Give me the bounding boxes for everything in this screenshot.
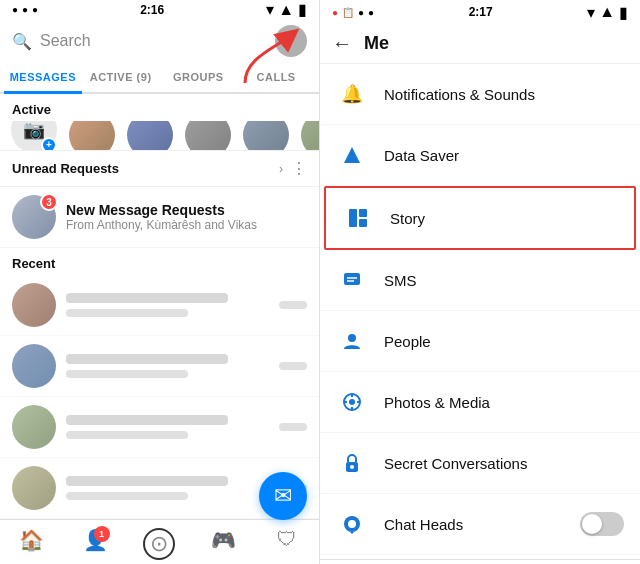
tab-active[interactable]: ACTIVE (9) xyxy=(82,63,160,92)
conversation-item-3[interactable] xyxy=(0,397,319,458)
shield-nav-icon: 🛡 xyxy=(277,528,297,551)
people-settings-icon xyxy=(336,325,368,357)
right-wifi-icon: ▾ xyxy=(587,3,595,22)
search-icon: 🔍 xyxy=(12,32,32,51)
tab-groups[interactable]: GROUPS xyxy=(160,63,238,92)
conv-body-4 xyxy=(66,476,269,500)
story-3[interactable] xyxy=(182,121,234,150)
notifications-label: Notifications & Sounds xyxy=(384,86,624,103)
right-status-dot2: ● xyxy=(368,7,374,18)
camera-icon: 📷 xyxy=(23,121,45,141)
story-4[interactable] xyxy=(240,121,292,150)
right-status-left: ● 📋 ● ● xyxy=(332,7,374,18)
nav-camera[interactable]: ⊙ xyxy=(128,528,192,560)
camera-nav-icon: ⊙ xyxy=(143,528,175,560)
bell-icon: 🔔 xyxy=(336,78,368,110)
right-battery-icon: ▮ xyxy=(619,3,628,22)
right-time: 2:17 xyxy=(469,5,493,19)
sms-icon xyxy=(336,264,368,296)
menu-datasaver[interactable]: Data Saver xyxy=(320,125,640,186)
right-panel: ● 📋 ● ● 2:17 ▾ ▲ ▮ ← Me 🔔 Notifications … xyxy=(320,0,640,564)
story-2[interactable] xyxy=(124,121,176,150)
story-add[interactable]: 📷 + Add to your day xyxy=(8,121,60,150)
tab-messages[interactable]: MESSAGES xyxy=(4,63,82,94)
tabs-bar: MESSAGES ACTIVE (9) GROUPS CALLS xyxy=(0,63,319,94)
bottom-nav: 🏠 👤 1 ⊙ 🎮 🛡 xyxy=(0,519,319,564)
chatheads-label: Chat Heads xyxy=(384,516,564,533)
dot-icon-2: ● xyxy=(22,4,28,15)
compose-fab[interactable]: ✉ xyxy=(259,472,307,520)
conv-time-3 xyxy=(279,423,307,431)
message-request-item[interactable]: 3 New Message Requests From Anthony, Kùm… xyxy=(0,187,319,248)
menu-sms[interactable]: SMS xyxy=(320,250,640,311)
home-icon: 🏠 xyxy=(19,528,44,552)
add-story-avatar[interactable]: 📷 + xyxy=(11,121,57,150)
svg-marker-0 xyxy=(344,147,360,163)
story-avatar-2[interactable] xyxy=(127,121,173,150)
more-options-icon[interactable]: ⋮ xyxy=(291,159,307,178)
nav-people[interactable]: 👤 1 xyxy=(64,528,128,560)
conv-msg-2 xyxy=(66,370,188,378)
settings-menu-list: 🔔 Notifications & Sounds Data Saver Stor… xyxy=(320,64,640,564)
menu-people[interactable]: People xyxy=(320,311,640,372)
conv-avatar-3 xyxy=(12,405,56,449)
story-5[interactable] xyxy=(298,121,319,150)
games-icon: 🎮 xyxy=(211,528,236,552)
story-label: Story xyxy=(390,210,618,227)
story-icon xyxy=(342,202,374,234)
red-dot-icon: ● xyxy=(332,7,338,18)
conv-avatar-1 xyxy=(12,283,56,327)
datasaver-icon xyxy=(336,139,368,171)
nav-home[interactable]: 🏠 xyxy=(0,528,64,560)
conv-name-3 xyxy=(66,415,228,425)
battery-icon: ▮ xyxy=(298,0,307,19)
menu-story[interactable]: Story xyxy=(324,186,636,250)
conv-time-2 xyxy=(279,362,307,370)
active-section-label: Active xyxy=(0,94,319,121)
conv-body-2 xyxy=(66,354,269,378)
conv-name-2 xyxy=(66,354,228,364)
svg-point-16 xyxy=(350,465,354,469)
tab-calls[interactable]: CALLS xyxy=(237,63,315,92)
chatheads-toggle[interactable] xyxy=(580,512,624,536)
search-bar: 🔍 Search xyxy=(0,19,319,63)
people-label: People xyxy=(384,333,624,350)
conversation-item-1[interactable] xyxy=(0,275,319,336)
menu-notifications[interactable]: 🔔 Notifications & Sounds xyxy=(320,64,640,125)
menu-chatheads[interactable]: Chat Heads xyxy=(320,494,640,555)
message-request-badge: 3 xyxy=(40,193,58,211)
active-stories-row: 📷 + Add to your day xyxy=(0,121,319,150)
toggle-knob xyxy=(582,514,602,534)
compose-icon: ✉ xyxy=(274,483,292,509)
back-button[interactable]: ← xyxy=(332,32,352,55)
conv-avatar-2 xyxy=(12,344,56,388)
plus-badge: + xyxy=(41,137,57,151)
svg-point-8 xyxy=(348,334,356,342)
story-avatar-4[interactable] xyxy=(243,121,289,150)
story-1[interactable] xyxy=(66,121,118,150)
search-input[interactable]: Search xyxy=(40,32,267,50)
svg-rect-1 xyxy=(349,209,357,227)
recent-section-label: Recent xyxy=(0,248,319,275)
right-signal-icon: ▲ xyxy=(599,3,615,21)
conv-body-1 xyxy=(66,293,269,317)
wifi-icon: ▾ xyxy=(266,0,274,19)
story-avatar-3[interactable] xyxy=(185,121,231,150)
story-avatar-5[interactable] xyxy=(301,121,319,150)
menu-photos[interactable]: Photos & Media xyxy=(320,372,640,433)
left-status-right: ▾ ▲ ▮ xyxy=(266,0,307,19)
nav-games[interactable]: 🎮 xyxy=(191,528,255,560)
menu-secret[interactable]: Secret Conversations xyxy=(320,433,640,494)
unread-requests-row[interactable]: Unread Requests › ⋮ xyxy=(0,150,319,187)
story-avatar-1[interactable] xyxy=(69,121,115,150)
user-avatar[interactable] xyxy=(275,25,307,57)
left-time: 2:16 xyxy=(140,3,164,17)
conversation-item-2[interactable] xyxy=(0,336,319,397)
datasaver-label: Data Saver xyxy=(384,147,624,164)
nav-more[interactable]: 🛡 xyxy=(255,528,319,560)
left-panel: ● ● ● 2:16 ▾ ▲ ▮ 🔍 Search MESSAGES ACTIV… xyxy=(0,0,320,564)
right-panel-title: Me xyxy=(364,33,389,54)
chatheads-icon xyxy=(336,508,368,540)
svg-point-18 xyxy=(348,520,356,528)
photos-label: Photos & Media xyxy=(384,394,624,411)
